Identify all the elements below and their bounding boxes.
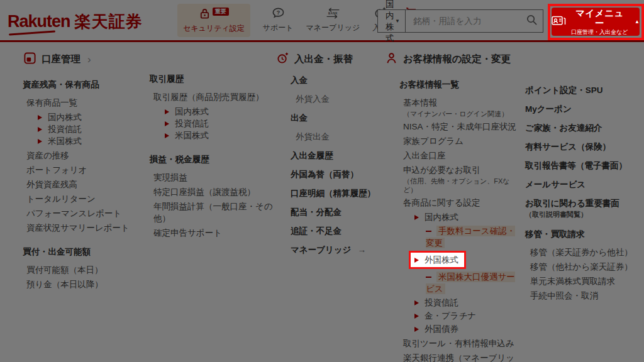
menu-item[interactable]: 手数料コース確認・変更: [382, 225, 522, 249]
menu-item[interactable]: 出金: [275, 112, 384, 124]
search-icon[interactable]: [526, 14, 538, 28]
transfer-icon: [277, 52, 289, 67]
nav-label: マネーブリッジ: [306, 23, 360, 33]
nav-support[interactable]: ? サポート: [263, 7, 294, 33]
menu-item-label: マネーブリッジ: [291, 245, 351, 255]
menu-item-foreign-stock[interactable]: 外国株式: [382, 251, 522, 269]
menu-item-label: 取引履歴（商品別売買履歴）: [153, 92, 264, 102]
nav-security-settings[interactable]: 重要 セキュリティ設定: [177, 4, 250, 37]
menu-item[interactable]: 取引ツール・有料情報申込み: [382, 337, 522, 349]
menu-item[interactable]: 実現損益: [146, 172, 275, 184]
menu-item-label: 各商品に関する設定: [403, 198, 480, 207]
menu-item[interactable]: マネーブリッジ→: [275, 244, 384, 256]
menu-item[interactable]: 取引履歴（商品別売買履歴）: [146, 91, 275, 103]
menu-item-label: 国内株式: [425, 212, 458, 222]
menu-item-label: お取引に関わる重要書面: [525, 199, 619, 208]
account-card-icon: [552, 15, 566, 28]
menu-item-label: 口座明細（精算履歴）: [291, 189, 375, 198]
menu-item-label: 資産の推移: [26, 151, 69, 160]
menu-item[interactable]: NISA・特定・未成年口座状況: [382, 121, 522, 133]
menu-item[interactable]: ポートフォリオ: [19, 164, 142, 176]
menu-item[interactable]: ご家族・お友達紹介: [521, 122, 644, 134]
rakuten-logo[interactable]: Rakuten 楽天証券: [8, 11, 143, 33]
menu-item[interactable]: 入出金口座: [382, 150, 522, 162]
my-menu-sublabel: 口座管理・入出金など: [571, 29, 628, 35]
menu-item[interactable]: 投資信託: [382, 297, 522, 309]
menu-item[interactable]: 入出金履歴: [275, 150, 384, 162]
search-input[interactable]: [412, 16, 526, 26]
menu-item-label: 外貨出金: [296, 132, 330, 141]
menu-item[interactable]: 移管（他社から楽天証券）: [521, 261, 644, 273]
menu-item[interactable]: 国内株式: [19, 111, 142, 123]
nav-label: サポート: [263, 23, 294, 33]
menu-item[interactable]: 口座明細（精算履歴）: [275, 187, 384, 199]
menu-item-label: 外国株式: [425, 255, 458, 265]
person-icon: [386, 52, 397, 67]
menu-item[interactable]: 申込が必要なお取引（信用、先物・オプション、FXなど）: [382, 164, 522, 194]
menu-item-label: 追証・不足金: [291, 226, 341, 236]
menu-item[interactable]: 米国株式: [19, 135, 142, 147]
menu-item[interactable]: 取引報告書等（電子書面）: [521, 160, 644, 172]
menu-title-deposit-withdrawal[interactable]: 入出金・振替: [275, 52, 384, 67]
menu-item[interactable]: 配当・分配金: [275, 206, 384, 218]
menu-item[interactable]: 外貨資産残高: [19, 178, 142, 190]
menu-item[interactable]: お取引に関わる重要書面（取引説明書閲覧）: [521, 197, 644, 219]
menu-section-heading: 移管・買取請求: [521, 229, 644, 240]
menu-item[interactable]: 外貨出金: [275, 131, 384, 143]
menu-item[interactable]: 投資信託: [146, 118, 275, 129]
menu-item[interactable]: 国内株式: [382, 211, 522, 223]
menu-item[interactable]: 投資信託: [19, 123, 142, 135]
dash-bullet-icon: [426, 231, 431, 232]
menu-item[interactable]: 資産の推移: [19, 150, 142, 162]
menu-item[interactable]: 米国株式: [146, 129, 275, 141]
menu-item[interactable]: 国内株式: [146, 106, 275, 118]
caret-down-icon: ▼: [395, 18, 400, 24]
menu-item[interactable]: 外国為替（両替）: [275, 168, 384, 180]
arrow-bullet-icon: [414, 314, 419, 319]
menu-item[interactable]: 外国債券: [382, 323, 522, 335]
menu-item[interactable]: トータルリターン: [19, 193, 142, 205]
menu-item[interactable]: ポイント設定・SPU: [521, 84, 644, 96]
menu-item[interactable]: 家族プログラム: [382, 135, 522, 147]
arrow-bullet-icon: [38, 139, 42, 144]
menu-item[interactable]: 追証・不足金: [275, 225, 384, 237]
menu-item[interactable]: 特定口座損益（譲渡益税）: [146, 186, 275, 198]
menu-item-label: 単元未満株式買取請求: [530, 277, 615, 286]
menu-item[interactable]: 有料サービス（保険）: [521, 141, 644, 153]
menu-item-label: 国内株式: [175, 107, 209, 116]
nav-money-bridge[interactable]: BANK マネーブリッジ: [306, 7, 360, 33]
menu-item-label: ご家族・お友達紹介: [525, 123, 602, 133]
menu-item-subtext: （マイナンバー・ログイン関連）: [403, 109, 522, 118]
menu-item[interactable]: 基本情報（マイナンバー・ログイン関連）: [382, 97, 522, 118]
menu-item-label: 配当・分配金: [291, 207, 341, 217]
menu-title-account-management[interactable]: 口座管理›: [19, 52, 142, 67]
menu-item[interactable]: 買付可能額（本日）: [19, 264, 142, 276]
my-menu-button[interactable]: マイメニュー 口座管理・入出金など ▲: [552, 8, 640, 36]
menu-item[interactable]: Myクーポン: [521, 103, 644, 115]
menu-item-label: 実現損益: [153, 173, 187, 182]
menu-item[interactable]: 年間損益計算（一般口座・その他）: [146, 200, 275, 224]
menu-item[interactable]: 保有商品一覧: [19, 97, 142, 109]
menu-item[interactable]: 入金: [275, 74, 384, 86]
search-bar: 国内株式 ▼: [377, 9, 543, 33]
menu-item[interactable]: 金・プラチナ: [382, 310, 522, 322]
menu-title-customer-settings[interactable]: お客様情報の設定・変更: [382, 52, 522, 67]
menu-item[interactable]: 資産状況サマリーレポート: [19, 222, 142, 234]
menu-column-services-other: ポイント設定・SPUMyクーポンご家族・お友達紹介有料サービス（保険）取引報告書…: [521, 77, 644, 304]
menu-item[interactable]: 楽天銀行連携（マネーブリッジ）: [382, 352, 522, 362]
menu-item[interactable]: 外貨入金: [275, 93, 384, 105]
menu-item[interactable]: メールサービス: [521, 178, 644, 190]
menu-item[interactable]: パフォーマンスレポート: [19, 207, 142, 219]
menu-item[interactable]: 米国株大口優遇サービス: [382, 271, 522, 295]
search-category-select[interactable]: 国内株式 ▼: [378, 10, 406, 32]
bank-transfer-icon: BANK: [325, 8, 341, 21]
menu-item[interactable]: 手続中照会・取消: [521, 290, 644, 302]
menu-item[interactable]: 確定申告サポート: [146, 227, 275, 239]
passbook-icon: [24, 52, 36, 67]
menu-item[interactable]: 移管（楽天証券から他社）: [521, 246, 644, 258]
menu-item[interactable]: 預り金（本日以降）: [19, 278, 142, 290]
menu-item[interactable]: 単元未満株式買取請求: [521, 275, 644, 287]
arrow-bullet-icon: [414, 258, 419, 263]
menu-section-heading: 資産残高・保有商品: [19, 79, 142, 90]
menu-item[interactable]: 各商品に関する設定: [382, 197, 522, 209]
